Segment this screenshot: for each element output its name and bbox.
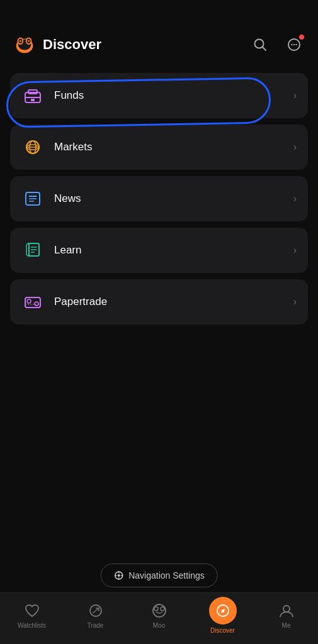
tab-trade[interactable]: Trade	[64, 602, 127, 629]
menu-item-funds[interactable]: Funds ›	[10, 73, 308, 118]
learn-chevron: ›	[293, 245, 297, 256]
papertrade-icon	[23, 292, 42, 311]
funds-chevron: ›	[293, 90, 297, 101]
learn-icon-wrap	[21, 239, 44, 262]
discover-tab-label: Discover	[210, 627, 235, 634]
watchlists-icon	[23, 602, 41, 619]
menu-item-papertrade[interactable]: Papertrade ›	[10, 279, 308, 325]
tab-bar: Watchlists Trade Moo	[0, 592, 318, 644]
tab-discover[interactable]: Discover	[191, 597, 254, 634]
menu-item-markets[interactable]: Markets ›	[10, 125, 308, 170]
svg-point-42	[154, 607, 158, 611]
learn-icon	[23, 241, 42, 260]
menu-item-news[interactable]: News ›	[10, 176, 308, 221]
funds-icon	[23, 86, 42, 105]
news-label: News	[54, 192, 81, 205]
papertrade-icon-wrap	[21, 291, 44, 313]
navigation-settings-button[interactable]: Navigation Settings	[100, 564, 218, 587]
svg-point-46	[283, 606, 290, 612]
moo-icon	[150, 602, 168, 619]
messages-icon	[287, 38, 302, 52]
menu-list: Funds › Markets ›	[0, 67, 318, 331]
me-tab-label: Me	[282, 622, 291, 629]
svg-point-31	[35, 302, 38, 306]
notification-badge	[299, 35, 304, 40]
papertrade-label: Papertrade	[54, 296, 107, 308]
news-icon-wrap	[21, 187, 44, 210]
svg-marker-45	[221, 609, 225, 613]
discover-icon	[216, 604, 230, 618]
papertrade-chevron: ›	[293, 296, 297, 308]
menu-item-learn[interactable]: Learn ›	[10, 228, 308, 273]
markets-label: Markets	[54, 141, 92, 153]
page-title: Discover	[43, 36, 101, 53]
trade-tab-label: Trade	[88, 622, 104, 629]
svg-point-12	[293, 44, 295, 45]
learn-label: Learn	[54, 244, 81, 257]
svg-point-34	[117, 574, 120, 577]
svg-point-6	[20, 40, 21, 42]
header-actions	[249, 33, 305, 56]
markets-chevron: ›	[293, 142, 297, 153]
svg-point-11	[291, 44, 292, 45]
markets-icon	[23, 138, 42, 157]
search-button[interactable]	[249, 33, 271, 56]
app-logo	[13, 33, 37, 57]
tab-watchlists[interactable]: Watchlists	[0, 602, 64, 629]
svg-point-43	[161, 607, 164, 611]
nav-settings-icon	[113, 570, 123, 580]
news-chevron: ›	[293, 193, 297, 204]
funds-label: Funds	[54, 89, 84, 102]
markets-icon-wrap	[21, 136, 44, 158]
tab-me[interactable]: Me	[254, 602, 318, 629]
svg-line-40	[93, 608, 99, 613]
trade-icon	[87, 602, 105, 619]
navigation-settings-label: Navigation Settings	[128, 570, 205, 580]
header-left: Discover	[13, 33, 101, 57]
search-icon	[253, 38, 267, 52]
header: Discover	[0, 0, 318, 67]
tab-moo[interactable]: Moo	[127, 602, 191, 629]
messages-button[interactable]	[283, 33, 305, 56]
svg-line-9	[263, 47, 266, 51]
funds-icon-wrap	[21, 84, 44, 107]
svg-point-30	[27, 299, 31, 303]
svg-point-7	[28, 40, 30, 42]
news-icon	[23, 189, 42, 208]
svg-point-13	[295, 44, 297, 45]
watchlists-tab-label: Watchlists	[18, 622, 46, 629]
discover-active-icon-wrap	[209, 597, 237, 625]
moo-tab-label: Moo	[153, 622, 165, 629]
me-icon	[278, 602, 295, 619]
svg-rect-17	[31, 99, 35, 101]
